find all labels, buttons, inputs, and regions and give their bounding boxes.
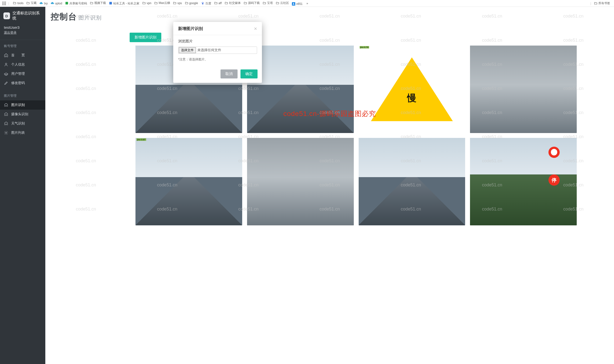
bookmark-item[interactable]: aff (213, 1, 223, 5)
folder-icon (276, 1, 279, 5)
file-name-text: 未选择任何文件 (196, 48, 221, 52)
bookmark-item[interactable]: google (183, 1, 199, 5)
folder-icon (263, 1, 266, 5)
bookmark-label: 所有书签 (598, 1, 610, 5)
bookmark-item[interactable]: tools (12, 1, 25, 5)
bookmark-label: vpn (147, 1, 151, 5)
bookmark-item[interactable]: Av651 (290, 2, 304, 6)
bookmark-label: 宝藏 (31, 1, 37, 5)
bookmark-label: uplod (55, 2, 62, 5)
menu-icon (4, 81, 8, 85)
bookmark-separator: | (590, 2, 591, 5)
main-area: code51.cncode51.cncode51.cncode51.cncode… (45, 7, 614, 364)
logo-icon: D (3, 13, 10, 19)
divider (0, 40, 45, 40)
bookmark-label: 云社区 (280, 1, 289, 5)
svg-rect-1 (4, 2, 5, 2)
svg-rect-4 (4, 3, 5, 4)
bookmark-label: txy (44, 2, 48, 5)
svg-point-12 (202, 2, 203, 2)
svg-rect-9 (65, 2, 68, 4)
baidu-icon (201, 1, 204, 6)
close-icon[interactable]: × (254, 26, 257, 31)
bookmark-all[interactable]: 所有书签 (593, 1, 612, 6)
ok-button[interactable]: 确定 (240, 69, 258, 78)
choose-file-button[interactable]: 选择文件 (179, 47, 196, 53)
bookmark-item[interactable]: uplod (49, 1, 64, 6)
sidebar-item[interactable]: 修改密码 (0, 78, 45, 88)
bookmark-label: 视频下载 (94, 1, 106, 5)
bookmark-label: vps (177, 1, 182, 5)
sidebar-item[interactable]: 摄像头识别 (0, 110, 45, 119)
menu-icon (4, 103, 8, 107)
sidebar-item[interactable]: 图片列表 (0, 128, 45, 137)
bookmark-item[interactable]: vps (171, 1, 183, 5)
bookmark-label: 共享账号密码 (69, 1, 87, 6)
svg-rect-7 (4, 4, 5, 5)
sidebar-item[interactable]: 天气识别 (0, 119, 45, 128)
section-image: 图片管理 (0, 92, 45, 100)
folder-icon (90, 1, 93, 5)
svg-rect-6 (2, 4, 3, 5)
folder-icon (244, 1, 247, 5)
bookmark-item[interactable]: Max云梯 (153, 0, 171, 6)
bookmark-item[interactable]: 社交媒体 (223, 0, 242, 6)
bookmark-item[interactable]: 站长工具 - 站长之家 (107, 1, 141, 6)
menu-icon (4, 112, 8, 117)
folder-icon (185, 1, 188, 5)
svg-rect-3 (2, 3, 3, 4)
apps-grid-icon[interactable] (2, 2, 6, 5)
modal-backdrop[interactable] (45, 7, 614, 364)
sidebar-item[interactable]: 首 页 (0, 51, 45, 60)
svg-point-16 (6, 132, 7, 133)
svg-rect-5 (5, 3, 6, 4)
username-label: testUser3 (0, 24, 45, 30)
bookmark-separator: | (8, 2, 9, 5)
sidebar: D 交通标志识别系统 testUser3 退出登录 账号管理 首 页个人信息用户… (0, 7, 45, 364)
logout-link[interactable]: 退出登录 (0, 30, 45, 39)
folder-icon (594, 2, 597, 5)
sidebar-item-label: 图片列表 (11, 130, 25, 135)
bookmark-item[interactable]: 云社区 (274, 0, 290, 6)
bookmark-item[interactable]: vpn (141, 1, 153, 5)
sidebar-item[interactable]: 图片识别 (0, 100, 45, 110)
section-account: 账号管理 (0, 42, 45, 51)
folder-icon (173, 1, 176, 5)
bookmark-item[interactable]: 源码下载 (242, 0, 261, 6)
bookmark-label: 社交媒体 (229, 1, 241, 5)
sidebar-item-label: 个人信息 (11, 62, 25, 67)
bookmark-item[interactable]: 宝藏 (25, 0, 38, 6)
bookmark-label: 站长工具 - 站长之家 (113, 1, 139, 6)
bookmark-more[interactable]: » (305, 2, 310, 5)
svg-rect-10 (109, 2, 112, 4)
sidebar-item[interactable]: 个人信息 (0, 60, 45, 69)
cancel-button[interactable]: 取消 (221, 69, 237, 78)
app-icon (65, 1, 68, 6)
svg-point-13 (203, 2, 203, 3)
bookmark-label: aff (219, 1, 222, 5)
browse-image-label: 浏览图片 (178, 39, 257, 44)
cloud-icon (51, 1, 54, 6)
browser-bookmark-bar: | tools宝藏txyuplod共享账号密码视频下载站长工具 - 站长之家vp… (0, 0, 614, 7)
bookmark-item[interactable]: 共享账号密码 (64, 1, 89, 6)
folder-icon (26, 1, 30, 5)
svg-point-15 (5, 63, 7, 65)
sidebar-item-label: 图片识别 (11, 103, 25, 107)
bookmark-item[interactable]: 宝塔 (261, 0, 274, 6)
app-name: 交通标志识别系统 (13, 11, 42, 21)
svg-rect-0 (2, 2, 3, 2)
bookmark-label: tools (17, 1, 23, 5)
folder-icon (225, 1, 228, 5)
add-image-modal: 新增图片识别 × 浏览图片 选择文件 未选择任何文件 *注意：请选择图片。 取消… (173, 22, 262, 83)
bookmark-item[interactable]: txy (38, 1, 49, 6)
menu-icon (4, 121, 8, 126)
svg-point-11 (202, 2, 202, 3)
sidebar-item-label: 用户管理 (11, 72, 25, 76)
sidebar-item[interactable]: 用户管理 (0, 69, 45, 78)
bookmark-item[interactable]: 视频下载 (89, 0, 107, 6)
sidebar-item-label: 天气识别 (11, 121, 25, 126)
bookmark-item[interactable]: 百度 (199, 1, 213, 6)
app-icon: A (292, 2, 295, 6)
menu-icon (4, 72, 8, 76)
folder-icon (154, 1, 158, 5)
